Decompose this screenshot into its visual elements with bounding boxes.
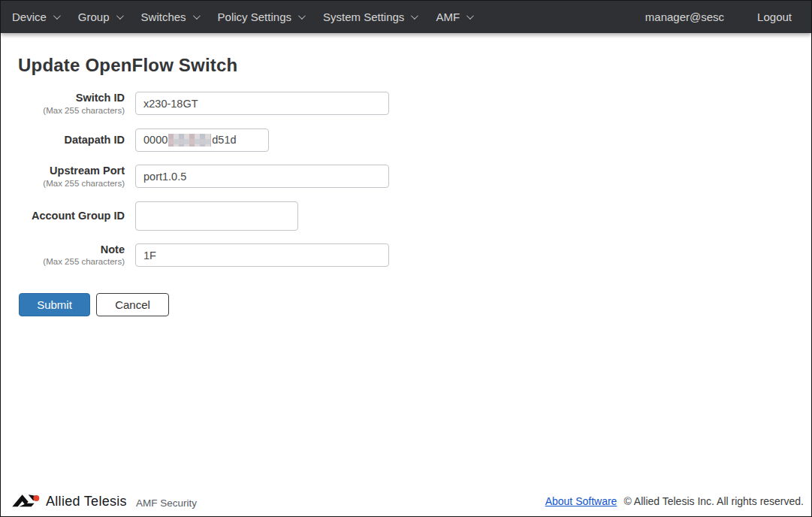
form-buttons: Submit Cancel bbox=[19, 293, 811, 316]
chevron-down-icon bbox=[193, 12, 201, 20]
datapath-id-label: Datapath ID bbox=[19, 134, 125, 147]
nav-item-label: Group bbox=[78, 11, 110, 23]
field-label-block: Switch ID (Max 255 characters) bbox=[19, 92, 125, 116]
form-row-datapath-id: Datapath ID 0000 d51d bbox=[1, 128, 811, 152]
field-label-block: Note (Max 255 characters) bbox=[19, 243, 125, 268]
redacted-pixelation bbox=[168, 134, 211, 147]
datapath-id-prefix: 0000 bbox=[143, 134, 168, 146]
chevron-down-icon bbox=[298, 12, 306, 20]
datapath-id-suffix: d51d bbox=[212, 134, 236, 146]
cancel-button[interactable]: Cancel bbox=[96, 293, 169, 316]
chevron-down-icon bbox=[116, 12, 124, 20]
nav-item-system-settings[interactable]: System Settings bbox=[313, 1, 426, 33]
nav-item-label: System Settings bbox=[323, 11, 404, 23]
copyright-text: © Allied Telesis Inc. All rights reserve… bbox=[623, 495, 804, 507]
upstream-port-input[interactable] bbox=[135, 165, 389, 188]
logged-in-user: manager@sesc bbox=[636, 11, 733, 23]
switch-id-input[interactable] bbox=[135, 92, 389, 115]
logout-button[interactable]: Logout bbox=[748, 1, 801, 33]
update-openflow-switch-form: Switch ID (Max 255 characters) Datapath … bbox=[1, 92, 811, 316]
datapath-id-input[interactable]: 0000 d51d bbox=[135, 128, 269, 152]
upstream-port-note: (Max 255 characters) bbox=[19, 179, 125, 189]
field-label-block: Upstream Port (Max 255 characters) bbox=[19, 165, 125, 189]
nav-item-amf[interactable]: AMF bbox=[426, 1, 481, 33]
about-software-link[interactable]: About Software bbox=[545, 495, 617, 507]
form-row-note: Note (Max 255 characters) bbox=[1, 243, 811, 268]
footer-right: About Software © Allied Telesis Inc. All… bbox=[545, 495, 804, 507]
nav-item-label: Policy Settings bbox=[218, 11, 291, 23]
product-name: AMF Security bbox=[136, 497, 197, 509]
nav-item-switches[interactable]: Switches bbox=[131, 1, 208, 33]
nav-item-group[interactable]: Group bbox=[68, 1, 131, 33]
account-group-id-label: Account Group ID bbox=[19, 210, 125, 222]
form-row-upstream-port: Upstream Port (Max 255 characters) bbox=[1, 165, 811, 189]
footer: Allied Telesis AMF Security About Softwa… bbox=[1, 489, 811, 516]
app-window: Device Group Switches Policy Settings Sy… bbox=[0, 0, 812, 517]
submit-button[interactable]: Submit bbox=[19, 293, 90, 316]
page-title: Update OpenFlow Switch bbox=[18, 55, 811, 76]
nav-item-device[interactable]: Device bbox=[2, 1, 68, 33]
note-note: (Max 255 characters) bbox=[19, 257, 125, 267]
note-input[interactable] bbox=[135, 243, 389, 267]
brand-block: Allied Telesis AMF Security bbox=[11, 492, 197, 510]
nav-item-label: Switches bbox=[141, 11, 186, 23]
note-label: Note bbox=[19, 243, 125, 256]
switch-id-note: (Max 255 characters) bbox=[19, 106, 125, 116]
field-label-block: Account Group ID bbox=[19, 210, 125, 222]
upstream-port-label: Upstream Port bbox=[19, 165, 125, 177]
chevron-down-icon bbox=[466, 12, 474, 20]
nav-menu: Device Group Switches Policy Settings Sy… bbox=[1, 1, 481, 33]
account-group-id-input[interactable] bbox=[135, 201, 298, 231]
nav-item-label: AMF bbox=[436, 11, 460, 23]
brand-name: Allied Telesis bbox=[46, 494, 127, 509]
form-row-account-group-id: Account Group ID bbox=[1, 201, 811, 231]
field-label-block: Datapath ID bbox=[19, 134, 125, 147]
nav-right: manager@sesc Logout bbox=[636, 1, 811, 33]
main-content: Update OpenFlow Switch Switch ID (Max 25… bbox=[1, 33, 811, 516]
switch-id-label: Switch ID bbox=[19, 92, 125, 104]
nav-item-policy-settings[interactable]: Policy Settings bbox=[208, 1, 313, 33]
allied-telesis-logo-icon bbox=[11, 492, 41, 510]
chevron-down-icon bbox=[53, 12, 61, 20]
nav-item-label: Device bbox=[12, 11, 47, 23]
top-navbar: Device Group Switches Policy Settings Sy… bbox=[1, 1, 811, 33]
chevron-down-icon bbox=[411, 12, 418, 20]
form-row-switch-id: Switch ID (Max 255 characters) bbox=[1, 92, 811, 116]
